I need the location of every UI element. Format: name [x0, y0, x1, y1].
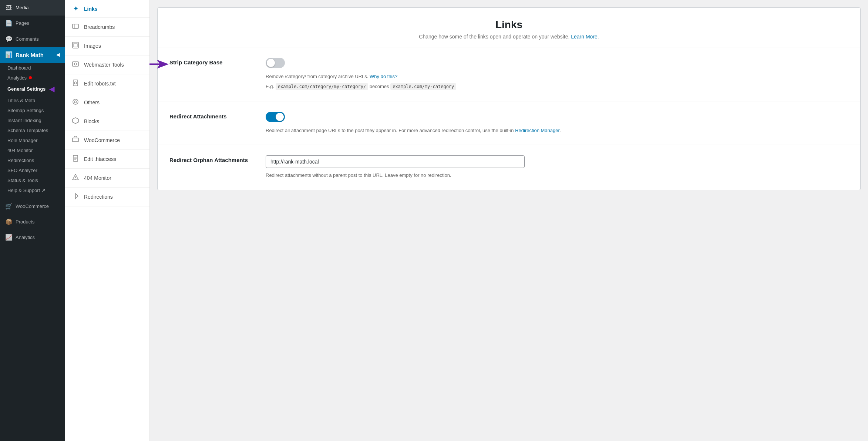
- nav-item-edit-htaccess[interactable]: Edit .htaccess: [65, 150, 149, 169]
- nav-item-images[interactable]: Images: [65, 37, 149, 55]
- nav-item-blocks[interactable]: Blocks: [65, 112, 149, 131]
- strip-category-base-label: Strip Category Base: [169, 58, 251, 65]
- page-title: Links: [165, 19, 853, 31]
- redirections-nav-icon: [71, 193, 80, 201]
- analytics-bottom-icon: 📈: [5, 233, 13, 242]
- 404-monitor-nav-icon: [71, 174, 80, 182]
- svg-rect-1: [73, 42, 78, 48]
- strip-category-base-toggle-wrapper: [266, 58, 848, 69]
- code-example-after: example.com/my-category: [390, 83, 456, 90]
- submenu-general-settings[interactable]: General Settings ◀: [0, 83, 65, 95]
- redirect-attachments-description: Redirect all attachment page URLs to the…: [266, 127, 848, 135]
- svg-point-8: [74, 82, 77, 84]
- nav-item-404-monitor[interactable]: 404 Monitor: [65, 169, 149, 188]
- sidebar-item-analytics-bottom[interactable]: 📈 Analytics: [0, 230, 65, 245]
- page-header: Links Change how some of the links open …: [158, 8, 860, 47]
- toggle-knob-2: [276, 113, 284, 121]
- submenu-instant-indexing[interactable]: Instant Indexing: [0, 115, 65, 125]
- webmaster-tools-arrow: [149, 60, 169, 70]
- learn-more-link[interactable]: Learn More: [571, 34, 598, 40]
- woocommerce-icon: 🛒: [5, 202, 13, 211]
- submenu-analytics[interactable]: Analytics: [0, 73, 65, 83]
- sidebar-item-pages[interactable]: 📄 Pages: [0, 16, 65, 31]
- sidebar-arrow: ◀: [49, 85, 54, 93]
- redirect-attachments-label: Redirect Attachments: [169, 112, 251, 119]
- svg-marker-11: [73, 118, 78, 124]
- sidebar-divider-1: [0, 197, 65, 197]
- pages-icon: 📄: [5, 19, 13, 27]
- submenu-role-manager[interactable]: Role Manager: [0, 135, 65, 145]
- svg-rect-2: [74, 43, 77, 47]
- svg-point-10: [74, 101, 77, 103]
- strip-category-base-row: Strip Category Base Remove /category/ fr…: [169, 58, 848, 91]
- why-do-this-link[interactable]: Why do this?: [370, 74, 397, 79]
- webmaster-tools-nav-icon: [71, 61, 80, 69]
- strip-category-base-control: Remove /category/ from category archive …: [266, 58, 848, 91]
- images-nav-icon: [71, 42, 80, 50]
- breadcrumbs-nav-icon: [71, 23, 80, 31]
- redirect-orphan-row: Redirect Orphan Attachments Redirect att…: [169, 155, 848, 179]
- svg-rect-6: [149, 64, 160, 65]
- strip-category-base-description: Remove /category/ from category archive …: [266, 73, 848, 81]
- submenu-seo-analyzer[interactable]: SEO Analyzer: [0, 165, 65, 175]
- submenu-status-tools[interactable]: Status & Tools: [0, 175, 65, 185]
- edit-htaccess-nav-icon: [71, 155, 80, 163]
- main-content: ✦ Links Breadcrumbs Images Webmaster Too…: [65, 0, 868, 441]
- redirect-orphan-description: Redirect attachments without a parent po…: [266, 172, 848, 179]
- redirect-attachments-toggle-wrapper: [266, 112, 848, 123]
- nav-item-webmaster-tools[interactable]: Webmaster Tools: [65, 55, 149, 74]
- nav-item-others[interactable]: Others: [65, 93, 149, 112]
- rank-math-icon: 📊: [5, 51, 13, 59]
- redirect-attachments-section: Redirect Attachments Redirect all attach…: [158, 101, 860, 145]
- strip-category-base-toggle[interactable]: [266, 58, 285, 68]
- sidebar-item-rank-math[interactable]: 📊 Rank Math ◀: [0, 47, 65, 63]
- content-inner: Links Change how some of the links open …: [157, 7, 861, 190]
- edit-robots-nav-icon: [71, 80, 80, 88]
- links-nav-icon: ✦: [71, 5, 80, 12]
- submenu-sitemap-settings[interactable]: Sitemap Settings: [0, 105, 65, 115]
- nav-item-edit-robots[interactable]: Edit robots.txt: [65, 74, 149, 93]
- svg-marker-17: [75, 193, 78, 199]
- redirect-orphan-input[interactable]: [266, 155, 525, 168]
- comments-icon: 💬: [5, 35, 13, 43]
- svg-point-16: [75, 179, 76, 179]
- submenu-redirections[interactable]: Redirections: [0, 155, 65, 165]
- submenu-404-monitor[interactable]: 404 Monitor: [0, 145, 65, 155]
- nav-item-woocommerce[interactable]: WooCommerce: [65, 131, 149, 150]
- sidebar-item-comments[interactable]: 💬 Comments: [0, 31, 65, 47]
- nav-item-redirections[interactable]: Redirections: [65, 188, 149, 206]
- svg-point-4: [74, 63, 77, 65]
- svg-rect-0: [73, 24, 78, 28]
- redirect-orphan-section: Redirect Orphan Attachments Redirect att…: [158, 145, 860, 190]
- submenu-help-support[interactable]: Help & Support ↗: [0, 185, 65, 195]
- redirect-attachments-row: Redirect Attachments Redirect all attach…: [169, 112, 848, 135]
- nav-item-links[interactable]: ✦ Links: [65, 0, 149, 18]
- svg-point-9: [73, 99, 78, 104]
- redirection-manager-link[interactable]: Redirection Manager: [515, 128, 559, 133]
- media-icon: 🖼: [5, 4, 13, 12]
- content-panel: Links Change how some of the links open …: [150, 0, 868, 441]
- others-nav-icon: [71, 98, 80, 107]
- toggle-knob: [267, 59, 275, 67]
- redirect-orphan-label: Redirect Orphan Attachments: [169, 155, 251, 163]
- submenu-schema-templates[interactable]: Schema Templates: [0, 125, 65, 135]
- collapse-icon: ◀: [56, 52, 60, 58]
- submenu-titles-meta[interactable]: Titles & Meta: [0, 95, 65, 105]
- settings-nav: ✦ Links Breadcrumbs Images Webmaster Too…: [65, 0, 150, 441]
- sidebar-item-products[interactable]: 📦 Products: [0, 214, 65, 230]
- svg-rect-3: [73, 62, 78, 66]
- redirect-orphan-control: Redirect attachments without a parent po…: [266, 155, 848, 179]
- blocks-nav-icon: [71, 117, 80, 125]
- redirect-attachments-toggle[interactable]: [266, 112, 285, 122]
- products-icon: 📦: [5, 218, 13, 226]
- wp-admin-sidebar: 🖼 Media 📄 Pages 💬 Comments 📊 Rank Math ◀…: [0, 0, 65, 441]
- submenu-dashboard[interactable]: Dashboard: [0, 63, 65, 73]
- sidebar-item-media[interactable]: 🖼 Media: [0, 0, 65, 16]
- nav-item-breadcrumbs[interactable]: Breadcrumbs: [65, 18, 149, 37]
- strip-category-base-example: E.g. example.com/category/my-category/ b…: [266, 83, 848, 91]
- rank-math-submenu: Dashboard Analytics General Settings ◀ T…: [0, 63, 65, 195]
- svg-rect-7: [73, 80, 78, 86]
- sidebar-item-woocommerce[interactable]: 🛒 WooCommerce: [0, 199, 65, 214]
- svg-rect-12: [73, 138, 78, 142]
- woocommerce-nav-icon: [71, 136, 80, 144]
